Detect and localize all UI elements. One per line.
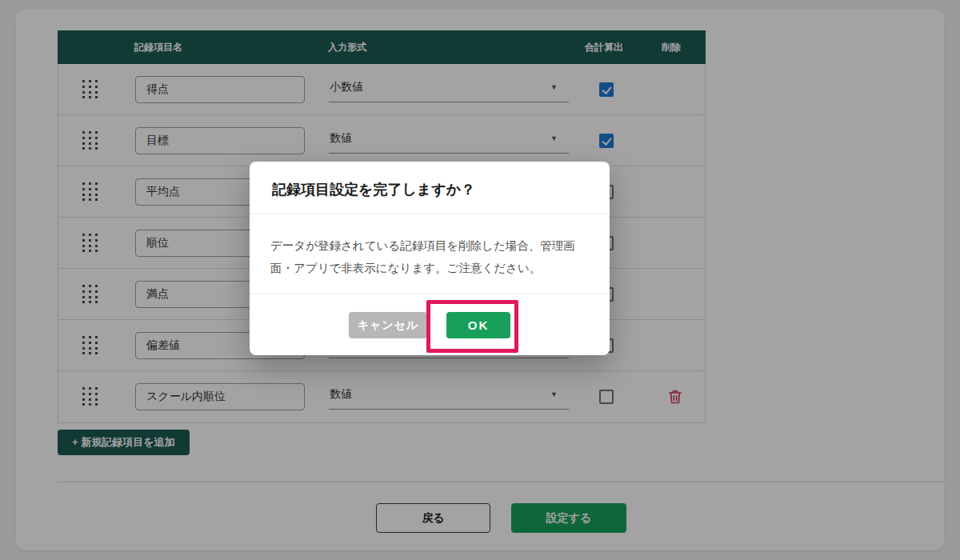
confirm-dialog: 記録項目設定を完了しますか？ データが登録されている記録項目を削除した場合、管理… <box>250 162 610 355</box>
dialog-footer: キャンセル OK <box>250 294 610 354</box>
dialog-title: 記録項目設定を完了しますか？ <box>250 162 610 214</box>
dialog-message: データが登録されている記録項目を削除した場合、管理画面・アプリで非表示になります… <box>250 214 610 294</box>
cancel-button[interactable]: キャンセル <box>349 312 427 338</box>
ok-button[interactable]: OK <box>446 312 510 338</box>
